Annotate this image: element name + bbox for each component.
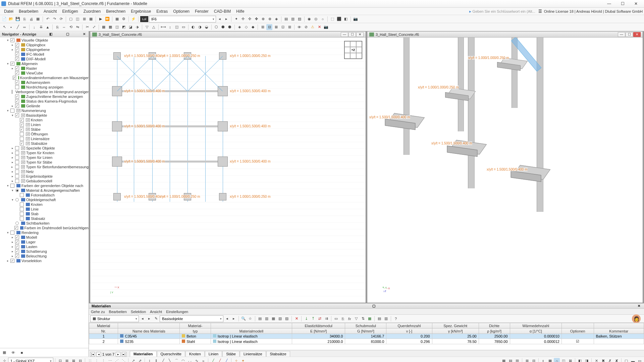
calc-button[interactable]: ▶: [98, 16, 104, 22]
misc3-button[interactable]: ⬣: [227, 24, 233, 30]
tree-checkbox[interactable]: [20, 141, 24, 145]
dim2-button[interactable]: ↕: [167, 24, 173, 30]
tree-item[interactable]: ▸12Spezielle Objekte: [0, 146, 89, 150]
snap4[interactable]: ⊟: [77, 358, 83, 362]
tree-item[interactable]: Zugeschnittene Bereiche anzeigen: [0, 94, 89, 99]
line-button[interactable]: ╱: [15, 24, 21, 30]
view-plan-min[interactable]: —: [341, 32, 348, 37]
tree-toggle-icon[interactable]: ▾: [11, 114, 14, 117]
table-cell[interactable]: 0.200: [386, 334, 432, 339]
tree-item[interactable]: ▸Raster: [0, 66, 89, 71]
tree-toggle-icon[interactable]: ▸: [11, 250, 14, 253]
bp-btn-1[interactable]: 🔍: [240, 316, 247, 322]
canvas-iso[interactable]: x/y/t = 1.000/1.000/0.250 m x/y/t = 1.00…: [367, 38, 643, 303]
col-header[interactable]: Spez. Gewicht: [432, 323, 479, 328]
tree-item[interactable]: ▾Rendering: [0, 230, 89, 235]
col-header[interactable]: E [N/mm²]: [292, 328, 345, 334]
tree-item[interactable]: Achsensystem: [0, 80, 89, 85]
bp-btn-7[interactable]: ▨: [284, 316, 290, 322]
tool-p[interactable]: ◧: [343, 16, 349, 22]
table-cell[interactable]: 14166.7: [345, 334, 386, 339]
tree-item[interactable]: 12Liniensätze: [0, 136, 89, 141]
close-button[interactable]: ✕: [629, 0, 643, 7]
tree-toggle-icon[interactable]: ▾: [11, 198, 14, 201]
tab-stäbe[interactable]: Stäbe: [222, 351, 239, 357]
col-header[interactable]: ρ [kg/m³]: [479, 328, 510, 334]
tree-item[interactable]: 12Knoten: [0, 118, 89, 122]
tab-querschnitte[interactable]: Querschnitte: [157, 351, 185, 357]
vtool-6[interactable]: ⫿: [540, 358, 546, 362]
basis-prev[interactable]: ◂: [224, 316, 230, 322]
tree-item[interactable]: Sichtbarkeiten: [0, 221, 89, 226]
tree-checkbox[interactable]: [13, 76, 16, 80]
tree-item[interactable]: Knoten: [0, 202, 89, 207]
guide3[interactable]: |: [147, 358, 153, 362]
tool-k[interactable]: ◉: [306, 16, 312, 22]
tree-item[interactable]: ▾Material & Anzeigeeigenschaften: [0, 188, 89, 193]
view-plan-max[interactable]: ☐: [348, 32, 356, 37]
table-cell[interactable]: 25.00: [432, 334, 479, 339]
tree-item[interactable]: ▾12Basisobjekte: [0, 113, 89, 118]
grid1-button[interactable]: ⊞: [260, 24, 266, 30]
guide8[interactable]: ◠: [180, 358, 186, 362]
guide4[interactable]: ‖: [153, 358, 159, 362]
tree-item[interactable]: ▾Farben der gerenderten Objekte nach: [0, 183, 89, 188]
guide15[interactable]: ✧: [233, 358, 239, 362]
nav-data-button[interactable]: ▦: [1, 350, 7, 356]
tree-checkbox[interactable]: [15, 85, 19, 89]
tree-toggle-icon[interactable]: ▾: [6, 109, 9, 112]
guide1[interactable]: ↗: [130, 358, 136, 362]
col-header[interactable]: α [1/°C]: [510, 328, 561, 334]
tree-item[interactable]: ▾Objekteigenschaft: [0, 197, 89, 202]
loadcase-next[interactable]: ▸: [223, 16, 229, 22]
tree-toggle-icon[interactable]: ▸: [11, 161, 14, 164]
snap3[interactable]: ⊠: [70, 358, 76, 362]
bp-link[interactable]: ⇉: [323, 316, 329, 322]
tree-toggle-icon[interactable]: ▸: [11, 175, 14, 178]
coord-combo[interactable]: 1 - Global XYZ: [8, 358, 53, 362]
bp-btn-5[interactable]: ▦: [270, 316, 276, 322]
dim4-button[interactable]: ▭: [180, 24, 186, 30]
tree-checkbox[interactable]: [15, 80, 19, 84]
navigator-close[interactable]: ✕: [82, 32, 87, 36]
mirror-button[interactable]: ⇋: [74, 24, 80, 30]
copy-button[interactable]: ⎘: [54, 24, 60, 30]
col-header[interactable]: Querdehnzahl: [386, 323, 432, 328]
tree-toggle-icon[interactable]: ▾: [6, 39, 9, 42]
guide2[interactable]: ⇗: [137, 358, 143, 362]
gen2-button[interactable]: ▩: [107, 24, 113, 30]
table-cell[interactable]: 7850.00: [479, 339, 510, 344]
vtool-18[interactable]: ▬: [630, 358, 636, 362]
flash-button[interactable]: ⚡: [130, 16, 137, 22]
tree-toggle-icon[interactable]: ▸: [11, 151, 14, 155]
tool-l[interactable]: ◎: [313, 16, 319, 22]
vtool-5[interactable]: ⊟: [531, 358, 537, 362]
load-button[interactable]: ↓: [31, 24, 37, 30]
tree-item[interactable]: 12Linien: [0, 122, 89, 127]
tree-item[interactable]: ▸Vorselektion: [0, 258, 89, 263]
bp-btn-4[interactable]: ▥: [264, 316, 270, 322]
tree-toggle-icon[interactable]: ▸: [11, 254, 14, 258]
col-header[interactable]: Dichte: [479, 323, 510, 328]
tree-item[interactable]: ▸12Typen für Linien: [0, 155, 89, 160]
col-header[interactable]: Elastizitätsmodul: [292, 323, 345, 328]
misc1-button[interactable]: ⬡: [213, 24, 219, 30]
table-cell[interactable]: 2: [89, 339, 118, 344]
col-header[interactable]: Optionen: [561, 328, 594, 334]
tree-checkbox[interactable]: [20, 217, 24, 221]
tab-linien[interactable]: Linien: [205, 351, 222, 357]
guide12[interactable]: ╱: [210, 358, 216, 362]
materials-table[interactable]: MaterialMaterial-ElastizitätsmodulSchubm…: [89, 323, 644, 344]
vtool-8[interactable]: ⌂: [554, 358, 560, 362]
tool-n[interactable]: ⬚: [329, 16, 335, 22]
filter2-button[interactable]: △: [151, 24, 157, 30]
view-iso-max[interactable]: ☐: [626, 32, 633, 37]
tab-stabsätze[interactable]: Stabsätze: [266, 351, 290, 357]
tab-liniensätze[interactable]: Liniensätze: [240, 351, 266, 357]
vtool-10[interactable]: ⊠: [567, 358, 573, 362]
bp-sort[interactable]: ⇅: [360, 316, 366, 322]
node-button[interactable]: •: [8, 24, 14, 30]
table-cell[interactable]: C35/45: [118, 334, 180, 339]
view1-button[interactable]: ◐: [190, 24, 196, 30]
col-header[interactable]: Schubmodul: [345, 323, 386, 328]
